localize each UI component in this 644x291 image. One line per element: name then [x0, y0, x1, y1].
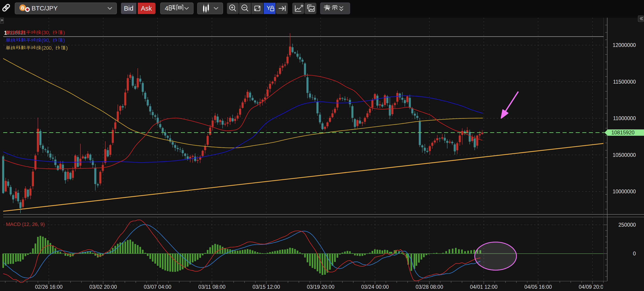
- svg-text:03/02 20:00: 03/02 20:00: [90, 284, 117, 290]
- svg-text:Bid: Bid: [124, 5, 134, 12]
- svg-text:03/15 12:00: 03/15 12:00: [252, 284, 280, 290]
- svg-text:10000000: 10000000: [613, 189, 636, 194]
- svg-text:03/28 08:00: 03/28 08:00: [416, 284, 443, 290]
- svg-text:250000: 250000: [618, 222, 636, 228]
- svg-text:11000000: 11000000: [613, 115, 636, 121]
- svg-text:MACD (12, 26, 9): MACD (12, 26, 9): [6, 221, 45, 227]
- svg-text:): ): [63, 37, 65, 43]
- svg-text:Y: Y: [267, 4, 270, 11]
- svg-text:04/05 16:00: 04/05 16:00: [524, 284, 552, 290]
- svg-text:10815920: 10815920: [611, 130, 634, 136]
- svg-text:03/11 08:00: 03/11 08:00: [198, 284, 226, 290]
- svg-text:02/26 16:00: 02/26 16:00: [35, 284, 63, 290]
- svg-text:03/19 20:00: 03/19 20:00: [307, 284, 334, 290]
- svg-text:0: 0: [633, 251, 636, 257]
- svg-text:(90,: (90,: [42, 37, 50, 43]
- svg-text:11500000: 11500000: [613, 79, 636, 85]
- svg-text:03/24 00:00: 03/24 00:00: [361, 284, 389, 290]
- svg-text:04/01 12:00: 04/01 12:00: [470, 284, 498, 290]
- svg-text:BTC/JPY: BTC/JPY: [32, 5, 58, 12]
- svg-text:12000000: 12000000: [613, 42, 636, 48]
- svg-text:10500000: 10500000: [613, 152, 636, 158]
- svg-text:(30,: (30,: [42, 30, 50, 35]
- svg-text:04/09 20:00: 04/09 20:00: [579, 284, 606, 290]
- svg-text:03/07 04:00: 03/07 04:00: [144, 284, 171, 290]
- svg-text:): ): [63, 30, 65, 35]
- svg-text:): ): [66, 45, 68, 51]
- svg-text:Ask: Ask: [141, 5, 152, 12]
- svg-text:(200,: (200,: [42, 45, 53, 51]
- svg-text:4: 4: [165, 5, 168, 12]
